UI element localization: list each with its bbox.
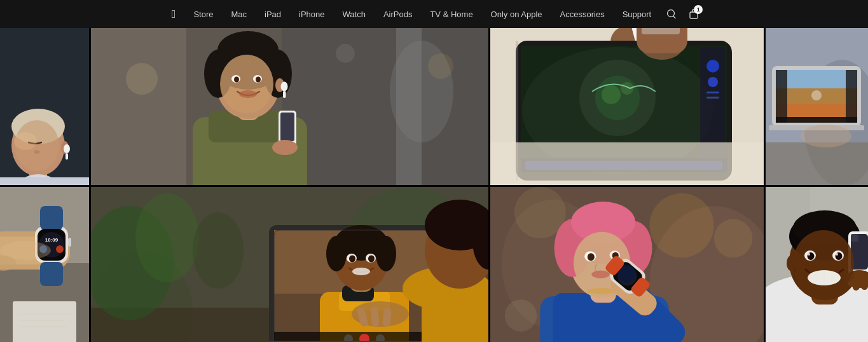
svg-point-202 xyxy=(793,230,854,296)
svg-rect-93 xyxy=(13,301,76,342)
svg-rect-100 xyxy=(40,206,63,230)
svg-point-172 xyxy=(591,271,609,278)
svg-point-131 xyxy=(368,256,375,263)
svg-point-41 xyxy=(272,140,298,155)
svg-point-132 xyxy=(352,268,370,275)
photo-apple-watch-wrist: 10:09 xyxy=(0,187,89,342)
apple-logo[interactable]:  xyxy=(163,0,185,28)
svg-point-36 xyxy=(234,77,239,83)
svg-rect-85 xyxy=(846,70,857,123)
svg-rect-84 xyxy=(776,70,787,123)
svg-rect-101 xyxy=(40,262,63,286)
nav-menu: Store Mac iPad iPhone Watch AirPods TV &… xyxy=(184,0,660,28)
svg-rect-86 xyxy=(776,117,857,123)
nav-item-support[interactable]: Support xyxy=(614,0,661,28)
nav-item-store[interactable]: Store xyxy=(184,0,222,28)
svg-point-43 xyxy=(428,53,453,79)
svg-rect-14 xyxy=(0,177,89,185)
svg-point-183 xyxy=(505,299,537,332)
cart-count: 1 xyxy=(694,5,703,14)
nav-item-iphone[interactable]: iPhone xyxy=(290,0,333,28)
svg-point-173 xyxy=(587,288,616,294)
svg-point-170 xyxy=(588,253,595,261)
photo-airpods-man xyxy=(0,28,89,185)
svg-point-42 xyxy=(126,63,158,95)
svg-rect-77 xyxy=(766,142,868,185)
navigation:  Store Mac iPad iPhone Watch AirPods TV… xyxy=(0,0,868,28)
svg-point-207 xyxy=(808,253,810,256)
svg-rect-200 xyxy=(861,271,868,290)
svg-rect-197 xyxy=(851,234,858,242)
svg-point-106 xyxy=(56,245,64,253)
svg-rect-73 xyxy=(642,28,680,34)
photo-ipad-pencil xyxy=(490,28,764,185)
nav-item-airpods[interactable]: AirPods xyxy=(375,0,422,28)
nav-item-ipad[interactable]: iPad xyxy=(256,0,290,28)
photo-facetime-macbook xyxy=(91,187,488,342)
nav-item-only-apple[interactable]: Only on Apple xyxy=(482,0,551,28)
photo-grid: 10:09 xyxy=(0,28,868,342)
svg-point-44 xyxy=(336,44,355,63)
photo-watch-woman xyxy=(490,187,764,342)
svg-point-152 xyxy=(193,212,244,289)
svg-point-89 xyxy=(801,125,851,147)
nav-item-watch[interactable]: Watch xyxy=(334,0,375,28)
svg-point-15 xyxy=(14,132,37,150)
photo-iphone-man-smiling xyxy=(766,187,868,342)
bag-button[interactable]: 1 xyxy=(682,0,705,28)
svg-point-13 xyxy=(34,150,40,154)
svg-point-0 xyxy=(668,10,675,17)
svg-point-57 xyxy=(602,85,621,104)
svg-line-1 xyxy=(673,17,675,18)
svg-point-37 xyxy=(256,77,261,83)
photo-iphone-woman xyxy=(91,28,488,185)
svg-rect-67 xyxy=(490,142,764,185)
svg-point-157 xyxy=(649,193,713,257)
svg-point-151 xyxy=(135,193,199,282)
svg-point-31 xyxy=(281,82,288,92)
svg-point-130 xyxy=(349,256,355,263)
svg-point-60 xyxy=(706,60,719,72)
svg-rect-19 xyxy=(91,28,186,185)
svg-point-38 xyxy=(239,90,257,98)
svg-rect-63 xyxy=(706,97,719,99)
svg-text:10:09: 10:09 xyxy=(45,237,59,243)
nav-utility-icons: 1 xyxy=(660,0,705,28)
svg-point-33 xyxy=(220,55,273,113)
svg-rect-107 xyxy=(68,238,71,247)
svg-point-182 xyxy=(714,219,753,258)
nav-item-tv-home[interactable]: TV & Home xyxy=(421,0,481,28)
nav-item-mac[interactable]: Mac xyxy=(222,0,256,28)
svg-point-127 xyxy=(376,236,396,271)
svg-point-88 xyxy=(811,90,822,100)
svg-point-126 xyxy=(326,236,347,271)
svg-rect-40 xyxy=(280,113,294,141)
search-button[interactable] xyxy=(660,0,682,28)
svg-point-208 xyxy=(836,253,838,256)
svg-rect-32 xyxy=(283,91,286,98)
nav-item-accessories[interactable]: Accessories xyxy=(551,0,614,28)
svg-point-10 xyxy=(64,144,70,153)
svg-rect-62 xyxy=(706,92,719,93)
svg-point-61 xyxy=(708,77,718,87)
svg-rect-11 xyxy=(65,153,68,160)
photo-macbook-partial xyxy=(766,28,868,185)
